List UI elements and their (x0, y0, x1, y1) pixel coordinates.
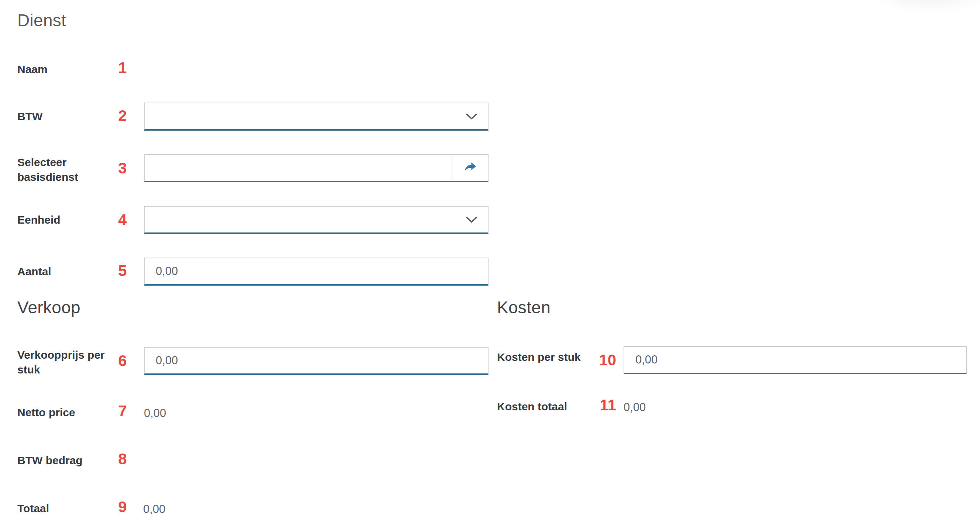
totaal-label: Totaal (18, 501, 49, 516)
annotation-marker-1: 1 (114, 59, 131, 77)
btw-select[interactable] (144, 103, 488, 131)
naam-label: Naam (18, 62, 48, 77)
basisdienst-open-button[interactable] (452, 155, 488, 181)
btw-label: BTW (18, 109, 43, 124)
netto-price-value: 0,00 (144, 407, 166, 420)
kosten-totaal-value: 0,00 (624, 401, 646, 414)
kosten-per-stuk-field-border (624, 346, 967, 374)
share-arrow-icon (463, 162, 477, 174)
chevron-down-icon (466, 113, 477, 120)
verkoopprijs-field-border (144, 347, 488, 375)
annotation-marker-6: 6 (114, 352, 131, 370)
section-title-dienst: Dienst (18, 10, 66, 30)
kosten-per-stuk-label: Kosten per stuk (497, 350, 581, 365)
verkoopprijs-label: Verkoopprijs per stuk (18, 347, 121, 377)
annotation-marker-8: 8 (114, 450, 131, 468)
basisdienst-label: Selecteer basisdienst (18, 155, 110, 185)
annotation-marker-9: 9 (114, 498, 131, 516)
annotation-marker-2: 2 (114, 107, 131, 125)
annotation-marker-10: 10 (585, 351, 616, 369)
verkoopprijs-input[interactable] (145, 347, 488, 373)
dienst-form: Dienst Naam 1 BTW 2 Selecteer basisdiens… (0, 0, 980, 524)
aantal-field-border (144, 258, 488, 286)
annotation-marker-4: 4 (114, 211, 131, 229)
basisdienst-input[interactable] (145, 155, 452, 181)
eenheid-label: Eenheid (18, 213, 60, 227)
kosten-totaal-label: Kosten totaal (497, 399, 567, 414)
annotation-marker-7: 7 (114, 402, 131, 420)
page-top-shadow (869, 0, 980, 13)
eenheid-select[interactable] (144, 206, 488, 234)
section-title-verkoop: Verkoop (18, 298, 80, 317)
section-title-kosten: Kosten (497, 298, 550, 317)
aantal-input[interactable] (145, 258, 488, 284)
totaal-value: 0,00 (143, 503, 165, 516)
aantal-label: Aantal (18, 264, 51, 279)
annotation-marker-5: 5 (114, 262, 131, 280)
annotation-marker-3: 3 (114, 159, 131, 177)
kosten-per-stuk-input[interactable] (624, 347, 966, 373)
annotation-marker-11: 11 (585, 396, 616, 414)
btw-bedrag-label: BTW bedrag (18, 453, 83, 468)
netto-price-label: Netto price (18, 405, 75, 420)
chevron-down-icon (466, 216, 477, 223)
basisdienst-field-group (144, 154, 488, 182)
